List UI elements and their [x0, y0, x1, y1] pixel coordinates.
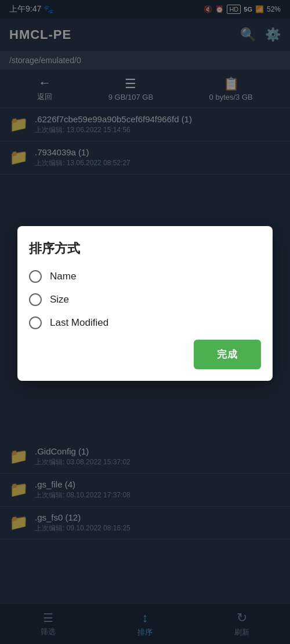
radio-label-name: Name — [50, 271, 76, 282]
radio-label-size: Size — [50, 294, 69, 305]
radio-label-last-modified: Last Modified — [50, 317, 108, 329]
radio-option-last-modified[interactable]: Last Modified — [29, 316, 261, 329]
radio-circle-name — [29, 270, 42, 283]
done-button[interactable]: 完成 — [194, 340, 261, 369]
radio-circle-last-modified — [29, 316, 42, 329]
dialog-footer: 完成 — [29, 340, 261, 369]
sort-dialog: 排序方式 Name Size Last Modified 完成 — [17, 226, 273, 381]
radio-option-name[interactable]: Name — [29, 270, 261, 283]
radio-circle-size — [29, 293, 42, 306]
dialog-title: 排序方式 — [29, 240, 261, 257]
radio-option-size[interactable]: Size — [29, 293, 261, 306]
